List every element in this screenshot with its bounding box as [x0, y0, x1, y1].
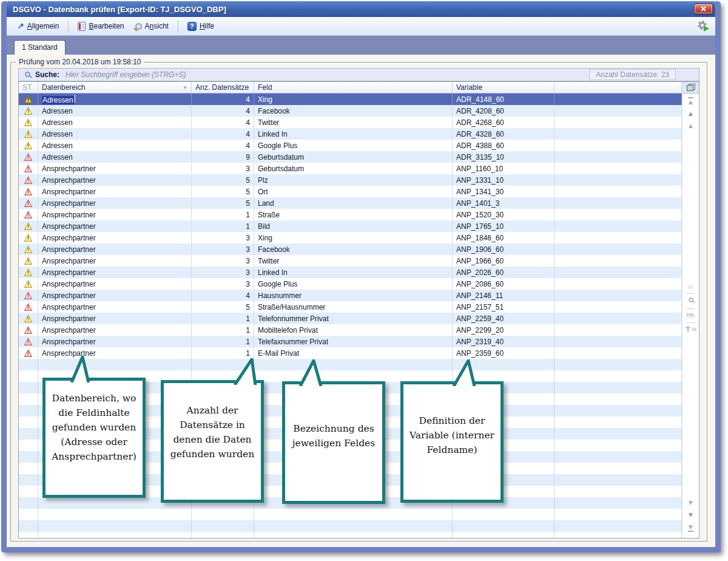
filler-cell: [554, 220, 682, 232]
table-row[interactable]: ! Ansprechpartner 1 E-Mail Privat ANP_23…: [19, 347, 682, 359]
menu-bearbeiten[interactable]: Bearbeiten: [73, 20, 128, 33]
table-row[interactable]: ! Ansprechpartner 1 Bild ANP_1765_10: [19, 220, 682, 232]
anzahl-cell: 5: [192, 186, 254, 197]
table-row[interactable]: ! Adressen 4 Linked In ADR_4328_60: [19, 128, 682, 140]
header-variable[interactable]: Variable: [453, 82, 554, 93]
run-settings-button[interactable]: [697, 21, 709, 32]
scroll-down-button[interactable]: ▼: [682, 500, 699, 506]
cell-text: ANP_1966_60: [456, 257, 504, 265]
table-row[interactable]: ! Adressen 4 Facebook ADR_4208_60: [19, 105, 682, 117]
table-row[interactable]: ! Ansprechpartner 3 Twitter ANP_1966_60: [19, 255, 682, 267]
table-row[interactable]: ! Ansprechpartner 3 Xing ANP_1846_60: [19, 232, 682, 243]
cell-text: 1: [246, 326, 250, 335]
table-row[interactable]: ! Ansprechpartner 5 Ort ANP_1341_30: [19, 186, 682, 197]
cell-text: ADR_4388_60: [456, 141, 504, 150]
cell-text: Adressen: [42, 107, 73, 115]
datenbereich-cell: Ansprechpartner: [38, 301, 192, 313]
table-row[interactable]: ! Ansprechpartner 3 Facebook ANP_1906_60: [19, 243, 682, 255]
feld-cell: Xing: [254, 232, 453, 243]
feld-cell: Linked In: [254, 128, 453, 140]
header-st[interactable]: ST: [19, 82, 38, 93]
feld-cell: Land: [254, 197, 453, 209]
table-body: ! Adressen 4 Xing ADR_4148_60 ! Adressen…: [19, 93, 682, 359]
table-row[interactable]: ! Ansprechpartner 1 Telefonnummer Privat…: [19, 313, 682, 324]
warning-mark: !: [24, 350, 33, 358]
scroll-top-button[interactable]: ▲: [682, 97, 699, 105]
table-row[interactable]: ! Ansprechpartner 1 Mobiltelefon Privat …: [19, 324, 682, 336]
column-chooser-button[interactable]: [682, 82, 699, 93]
status-cell: !: [19, 267, 38, 278]
status-cell: !: [19, 151, 38, 163]
anzahl-cell: 4: [192, 105, 254, 117]
feld-cell: Telefonnummer Privat: [254, 313, 453, 324]
anzahl-cell: 3: [192, 232, 254, 243]
callout-text: Datenbereich, wo die Feldinhalte gefunde…: [50, 391, 138, 464]
menu-allgemein[interactable]: ↗ Allgemein: [13, 20, 63, 32]
filler-cell: [554, 232, 682, 243]
table-row[interactable]: ! Ansprechpartner 5 Plz ANP_1331_10: [19, 174, 682, 186]
variable-cell: ANP_1160_10: [453, 163, 554, 174]
header-feld[interactable]: Feld: [254, 82, 453, 93]
filler-cell: [554, 128, 682, 140]
callout-anzahl: Anzahl der Datensätze in denen die Daten…: [161, 380, 264, 503]
empty-row: [19, 359, 682, 370]
scroll-bottom-button[interactable]: ▼: [682, 524, 699, 532]
cell-text: Facebook: [258, 107, 290, 115]
tab-standard[interactable]: 1 Standard: [14, 40, 66, 55]
edit-document-icon: [78, 22, 86, 31]
scroll-pageup-button[interactable]: ▲: [682, 110, 699, 117]
header-anzahl[interactable]: Anz. Datensätze: [192, 82, 254, 93]
table-row[interactable]: ! Adressen 4 Twitter ADR_4268_60: [19, 117, 682, 128]
scroll-pagedown-button[interactable]: ▼: [682, 512, 699, 518]
status-cell: !: [19, 197, 38, 209]
table-row[interactable]: ! Ansprechpartner 3 Google Plus ANP_2086…: [19, 278, 682, 290]
cell-text: 4: [246, 118, 250, 127]
empty-row: [19, 520, 682, 532]
table-row[interactable]: ! Adressen 4 Xing ADR_4148_60: [19, 93, 682, 105]
cell-text: Adressen: [42, 141, 73, 150]
table-row[interactable]: ! Ansprechpartner 3 Linked In ANP_2026_6…: [19, 267, 682, 278]
search-input[interactable]: [64, 70, 589, 80]
magnifier-icon: [689, 298, 693, 302]
menu-hilfe[interactable]: ? Hilfe: [183, 20, 218, 33]
cell-text: Google Plus: [258, 141, 297, 150]
table-row[interactable]: ! Ansprechpartner 4 Hausnummer ANP_2146_…: [19, 290, 682, 301]
cell-text: ANP_1341_30: [456, 188, 504, 196]
cell-text: Ansprechpartner: [42, 338, 96, 346]
xml-button[interactable]: XML: [682, 313, 699, 317]
scroll-up-button[interactable]: ▲: [682, 123, 699, 129]
warning-icon: !: [24, 326, 33, 334]
table-row[interactable]: ! Ansprechpartner 5 Land ANP_1401_3: [19, 197, 682, 209]
close-button[interactable]: [694, 4, 713, 14]
warning-mark: !: [24, 280, 33, 288]
variable-cell: ADR_4328_60: [453, 128, 554, 140]
cell-text: Geburtsdatum: [258, 153, 304, 162]
datenbereich-cell: Ansprechpartner: [38, 232, 192, 243]
cell-text: Telefaxnummer Privat: [258, 338, 328, 346]
table-row[interactable]: ! Ansprechpartner 5 Straße/Hausnummer AN…: [19, 301, 682, 313]
warning-icon: !: [24, 188, 33, 195]
variable-cell: ANP_1846_60: [453, 232, 554, 243]
table-row[interactable]: ! Ansprechpartner 1 Straße ANP_1520_30: [19, 209, 682, 220]
filter-button[interactable]: [682, 327, 699, 332]
cell-text: ANP_1401_3: [456, 199, 499, 208]
feld-cell: Mobiltelefon Privat: [254, 324, 453, 336]
header-datenbereich[interactable]: Datenbereich ▼: [38, 82, 192, 93]
brackets-button[interactable]: (I): [682, 284, 699, 290]
search-records-button[interactable]: [682, 298, 699, 302]
cell-text: Xing: [258, 95, 272, 104]
bar-icon: [688, 531, 693, 532]
table-row[interactable]: ! Ansprechpartner 3 Geburtsdatum ANP_116…: [19, 163, 682, 174]
cell-text: ANP_2086_60: [456, 280, 504, 288]
record-count-badge: Anzahl Datensätze: 23: [589, 69, 676, 80]
table-row[interactable]: ! Adressen 9 Geburtsdatum ADR_3135_10: [19, 151, 682, 163]
anzahl-cell: 5: [192, 174, 254, 186]
cell-text: ANP_2259_40: [456, 314, 504, 323]
feld-cell: Bild: [254, 220, 453, 232]
table-row[interactable]: ! Adressen 4 Google Plus ADR_4388_60: [19, 140, 682, 151]
variable-cell: ANP_2026_60: [453, 267, 554, 278]
table-row[interactable]: ! Ansprechpartner 1 Telefaxnummer Privat…: [19, 336, 682, 347]
cell-text: ADR_4328_60: [456, 130, 504, 138]
status-cell: !: [19, 128, 38, 140]
menu-ansicht[interactable]: Ansicht: [131, 20, 173, 32]
